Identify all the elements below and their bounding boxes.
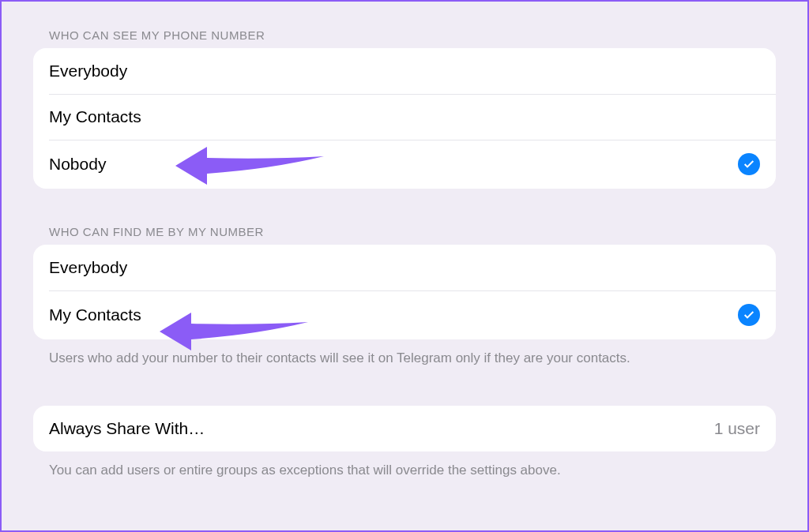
option-label: Everybody xyxy=(49,258,127,277)
footer-text-find-me: Users who add your number to their conta… xyxy=(33,339,776,368)
row-value: 1 user xyxy=(714,419,760,438)
checkmark-icon xyxy=(738,153,760,175)
group-see-number: Everybody My Contacts Nobody xyxy=(33,48,776,189)
option-find-my-contacts[interactable]: My Contacts xyxy=(33,290,776,339)
row-label: Always Share With… xyxy=(49,419,205,438)
group-find-me: Everybody My Contacts xyxy=(33,245,776,339)
footer-text-exceptions: You can add users or entire groups as ex… xyxy=(33,451,776,480)
section-header-see-number: WHO CAN SEE MY PHONE NUMBER xyxy=(33,17,776,48)
option-label: Everybody xyxy=(49,62,127,81)
option-find-everybody[interactable]: Everybody xyxy=(33,245,776,290)
option-everybody[interactable]: Everybody xyxy=(33,48,776,94)
group-exceptions: Always Share With… 1 user xyxy=(33,406,776,451)
option-label: My Contacts xyxy=(49,107,141,126)
option-my-contacts[interactable]: My Contacts xyxy=(33,94,776,140)
option-label: Nobody xyxy=(49,155,106,174)
checkmark-icon xyxy=(738,304,760,326)
option-label: My Contacts xyxy=(49,305,141,324)
row-always-share[interactable]: Always Share With… 1 user xyxy=(33,406,776,451)
option-nobody[interactable]: Nobody xyxy=(33,140,776,189)
section-header-find-me: WHO CAN FIND ME BY MY NUMBER xyxy=(33,214,776,245)
